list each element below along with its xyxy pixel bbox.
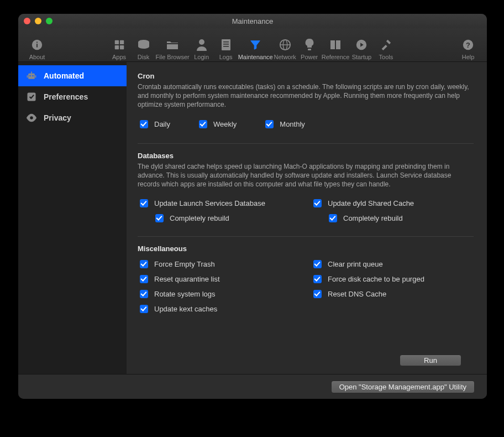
svg-rect-2	[36, 42, 38, 43]
checkbox-force-disk-cache[interactable]	[313, 275, 322, 283]
body: Automated Preferences Privacy Cron Cront…	[18, 62, 487, 374]
opt-update-kext[interactable]: Update kext caches	[138, 303, 300, 315]
svg-rect-5	[114, 45, 118, 49]
toolbar-maintenance[interactable]: Maintenance	[238, 36, 273, 60]
content-footer: Run	[138, 351, 474, 366]
opt-reset-dns[interactable]: Reset DNS Cache	[311, 288, 474, 300]
svg-rect-13	[223, 46, 229, 47]
checkbox-update-kext[interactable]	[140, 305, 148, 313]
info-icon	[31, 36, 43, 54]
sidebar-item-label: Privacy	[44, 113, 71, 122]
checkbox-reset-dns[interactable]	[313, 290, 322, 298]
checkbox-rotate-logs[interactable]	[140, 290, 148, 298]
misc-title: Miscellaneous	[138, 244, 474, 253]
svg-point-22	[29, 75, 31, 77]
svg-rect-11	[223, 41, 229, 43]
checkbox-clear-print[interactable]	[313, 260, 322, 268]
checkbox-rebuild-launch[interactable]	[155, 214, 164, 222]
toolbar-login[interactable]: Login	[190, 36, 214, 60]
close-icon[interactable]	[24, 18, 30, 24]
toolbar-disk[interactable]: Disk	[132, 36, 156, 60]
checkbox-icon	[25, 90, 38, 103]
open-storage-button[interactable]: Open "Storage Management.app" Utility	[331, 381, 475, 393]
window-controls	[24, 18, 53, 24]
sidebar-item-automated[interactable]: Automated	[18, 65, 127, 86]
zoom-icon[interactable]	[46, 18, 53, 24]
cron-daily[interactable]: Daily	[138, 118, 170, 130]
sidebar: Automated Preferences Privacy	[18, 62, 127, 374]
run-button[interactable]: Run	[400, 355, 461, 366]
databases-options: Update Launch Services Database Complete…	[138, 194, 474, 227]
opt-update-dyld[interactable]: Update dyld Shared Cache	[311, 197, 474, 209]
opt-force-empty-trash[interactable]: Force Empty Trash	[138, 258, 300, 270]
svg-rect-21	[28, 74, 35, 79]
svg-rect-8	[167, 43, 178, 44]
checkbox-reset-quarantine[interactable]	[140, 275, 148, 283]
toolbar-help[interactable]: ? Help	[456, 36, 480, 60]
svg-rect-17	[308, 49, 311, 50]
toolbar-startup[interactable]: Startup	[349, 36, 374, 60]
svg-rect-10	[222, 39, 230, 50]
svg-rect-3	[114, 40, 118, 44]
robot-icon	[25, 69, 38, 82]
checkbox-update-launch[interactable]	[140, 199, 148, 207]
user-icon	[196, 36, 207, 54]
toolbar-logs[interactable]: Logs	[214, 36, 238, 60]
toolbar-about[interactable]: About	[25, 36, 49, 60]
sidebar-item-privacy[interactable]: Privacy	[18, 107, 127, 128]
svg-rect-25	[27, 75, 28, 77]
toolbar-reference[interactable]: Reference	[322, 36, 350, 60]
apps-icon	[113, 36, 125, 54]
toolbar: About Apps Disk File Browser Login Logs …	[18, 28, 487, 62]
cron-monthly[interactable]: Monthly	[263, 118, 305, 130]
cron-weekly[interactable]: Weekly	[197, 118, 237, 130]
eye-icon	[25, 111, 38, 124]
checkbox-update-dyld[interactable]	[313, 199, 322, 207]
opt-clear-print[interactable]: Clear print queue	[311, 258, 474, 270]
checkbox-weekly[interactable]	[199, 120, 207, 128]
svg-point-23	[32, 75, 34, 77]
help-icon: ?	[462, 36, 474, 54]
bulb-icon	[305, 36, 314, 54]
checkbox-empty-trash[interactable]	[140, 260, 148, 268]
globe-icon	[279, 36, 291, 54]
opt-update-launch[interactable]: Update Launch Services Database	[138, 197, 300, 209]
databases-desc: The dyld shared cache helps speed up lau…	[138, 162, 474, 189]
sidebar-item-preferences[interactable]: Preferences	[18, 86, 127, 107]
minimize-icon[interactable]	[35, 18, 41, 24]
toolbar-network[interactable]: Network	[273, 36, 297, 60]
opt-force-disk-cache[interactable]: Force disk cache to be purged	[311, 273, 474, 285]
cron-desc: Crontab automatically runs executables (…	[138, 82, 474, 110]
opt-rebuild-dyld[interactable]: Completely rebuild	[327, 212, 474, 224]
svg-rect-1	[36, 44, 38, 47]
svg-rect-24	[31, 72, 32, 74]
book-icon	[329, 36, 342, 54]
folder-icon	[166, 36, 179, 54]
svg-point-28	[30, 116, 33, 119]
toolbar-file-browser[interactable]: File Browser	[156, 36, 190, 60]
funnel-icon	[249, 36, 261, 54]
checkbox-rebuild-dyld[interactable]	[329, 214, 337, 222]
toolbar-tools[interactable]: Tools	[374, 36, 398, 60]
opt-rotate-logs[interactable]: Rotate system logs	[138, 288, 300, 300]
window-footer: Open "Storage Management.app" Utility	[18, 374, 487, 399]
disk-icon	[137, 36, 150, 54]
svg-rect-26	[35, 75, 36, 77]
misc-options: Force Empty Trash Reset quarantine list …	[138, 255, 474, 318]
databases-title: Databases	[138, 152, 474, 160]
sidebar-item-label: Preferences	[44, 92, 88, 101]
logs-icon	[221, 36, 231, 54]
app-window: Maintenance About Apps Disk File Browser…	[18, 14, 487, 399]
checkbox-daily[interactable]	[140, 120, 148, 128]
svg-text:?: ?	[466, 41, 470, 49]
toolbar-power[interactable]: Power	[297, 36, 322, 60]
svg-rect-4	[119, 40, 123, 44]
toolbar-apps[interactable]: Apps	[107, 36, 132, 60]
opt-rebuild-launch[interactable]: Completely rebuild	[153, 212, 300, 224]
tools-icon	[380, 36, 392, 54]
divider	[138, 236, 474, 237]
opt-reset-quarantine[interactable]: Reset quarantine list	[138, 273, 300, 285]
svg-point-9	[199, 39, 204, 45]
play-icon	[355, 36, 368, 54]
checkbox-monthly[interactable]	[265, 120, 274, 128]
